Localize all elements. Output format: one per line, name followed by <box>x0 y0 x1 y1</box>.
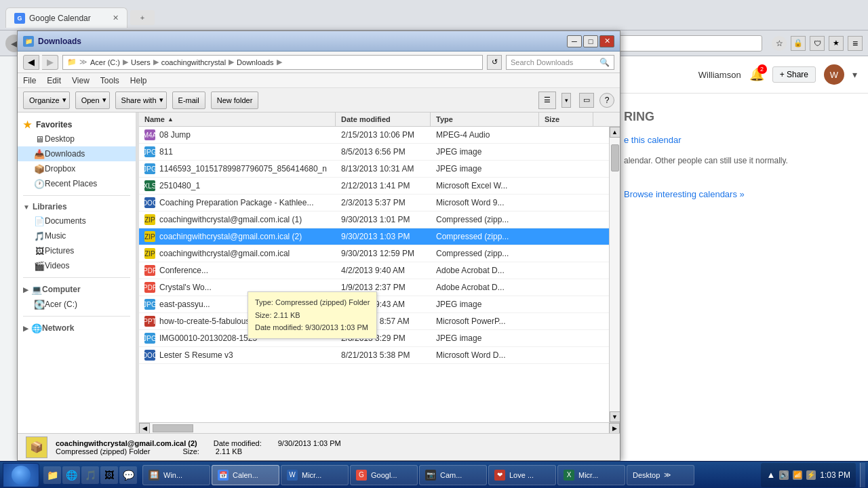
scroll-down-button[interactable]: ▼ <box>610 411 620 422</box>
nav-downloads[interactable]: 📥 Downloads <box>18 146 136 161</box>
nav-desktop[interactable]: 🖥 Desktop <box>18 131 136 146</box>
taskbar-item-windows[interactable]: 🪟 Win... <box>142 465 210 485</box>
view-dropdown-button[interactable]: ▾ <box>561 93 571 108</box>
nav-videos[interactable]: 🎬 Videos <box>18 258 136 273</box>
quicklaunch-media-icon[interactable]: 🎵 <box>81 466 99 484</box>
extension-icon-2[interactable]: 🛡 <box>810 36 825 51</box>
menu-help[interactable]: Help <box>130 76 147 85</box>
browse-calendars-link[interactable]: Browse interesting calendars » <box>624 189 745 199</box>
nav-acer-c[interactable]: 💽 Acer (C:) <box>18 297 136 312</box>
taskbar-item-calendar[interactable]: 📅 Calen... <box>212 465 279 485</box>
preview-pane-button[interactable]: ▭ <box>579 93 594 108</box>
table-row[interactable]: ZIP coachingwithcrystal@gmail.com.ical 9… <box>139 245 609 262</box>
maximize-button[interactable]: □ <box>583 35 598 47</box>
hscroll-left-button[interactable]: ◀ <box>139 423 150 434</box>
quicklaunch-files-icon[interactable]: 📁 <box>43 466 61 484</box>
table-row[interactable]: PDF Conference... 4/2/2013 9:40 AM Adobe… <box>139 262 609 279</box>
breadcrumb-coaching[interactable]: coachingwithcrystal <box>161 58 226 66</box>
tray-icon-2[interactable]: 📶 <box>793 470 802 480</box>
organize-button[interactable]: Organize ▾ <box>23 92 70 109</box>
tab-close-button[interactable]: ✕ <box>113 14 119 22</box>
minimize-button[interactable]: ─ <box>567 35 582 47</box>
avatar-dropdown-icon[interactable]: ▾ <box>852 69 857 80</box>
taskbar-more-icon: ≫ <box>664 471 671 479</box>
nav-recent-places[interactable]: 🕐 Recent Places <box>18 176 136 191</box>
table-row[interactable]: XLS 2510480_1 2/12/2013 1:41 PM Microsof… <box>139 178 609 195</box>
file-type-cell: Microsoft Excel W... <box>431 178 539 193</box>
search-icon[interactable]: 🔍 <box>599 58 610 67</box>
computer-header[interactable]: ▶ 💻 Computer <box>18 282 136 297</box>
breadcrumb-bar[interactable]: 📁 ≫ Acer (C:) ▶ Users ▶ coachingwithcrys… <box>62 55 483 70</box>
new-tab-button[interactable]: + <box>130 10 155 25</box>
hscroll-right-button[interactable]: ▶ <box>609 423 620 434</box>
vertical-scrollbar[interactable]: ▲ ▼ <box>609 127 620 422</box>
extension-icon-3[interactable]: ★ <box>829 36 844 51</box>
favorites-header[interactable]: ★ Favorites <box>18 118 136 131</box>
nav-documents[interactable]: 📄 Documents <box>18 214 136 228</box>
close-button[interactable]: ✕ <box>599 35 614 47</box>
share-button[interactable]: + Share <box>772 66 816 83</box>
column-header-date[interactable]: Date modified <box>336 113 431 126</box>
taskbar-item-excel[interactable]: X Micr... <box>557 465 625 485</box>
table-row[interactable]: DOC Coaching Preparation Package - Kathl… <box>139 195 609 211</box>
open-button[interactable]: Open ▾ <box>75 92 110 109</box>
table-row[interactable]: JPG 1146593_10151789987796075_856414680_… <box>139 161 609 178</box>
scroll-up-button[interactable]: ▲ <box>610 127 620 138</box>
search-box[interactable]: Search Downloads 🔍 <box>506 55 614 70</box>
column-header-type[interactable]: Type <box>431 113 539 126</box>
nav-pictures[interactable]: 🖼 Pictures <box>18 243 136 258</box>
new-folder-button[interactable]: New folder <box>211 92 259 109</box>
location-refresh-button[interactable]: ↺ <box>487 55 502 70</box>
table-row[interactable]: JPG 811 8/5/2013 6:56 PM JPEG image <box>139 144 609 161</box>
user-avatar[interactable]: W <box>824 64 844 85</box>
browser-tab[interactable]: G Google Calendar ✕ <box>5 7 127 28</box>
bookmark-star-icon[interactable]: ☆ <box>772 36 787 51</box>
view-toggle-button[interactable]: ☰ <box>538 92 556 109</box>
notification-bell[interactable]: 🔔 2 <box>749 67 764 82</box>
table-row[interactable]: ZIP coachingwithcrystal@gmail.com.ical (… <box>139 211 609 228</box>
explorer-back-button[interactable]: ◀ <box>23 55 39 70</box>
table-row[interactable]: ZIP coachingwithcrystal@gmail.com.ical (… <box>139 228 609 245</box>
file-size-cell <box>539 352 593 358</box>
network-header[interactable]: ▶ 🌐 Network <box>18 321 136 336</box>
taskbar-item-desktop[interactable]: Desktop ≫ <box>627 465 694 485</box>
column-header-size[interactable]: Size <box>539 113 593 126</box>
breadcrumb-acer[interactable]: Acer (C:) <box>90 58 120 66</box>
nav-music-label: Music <box>45 231 66 241</box>
taskbar-item-word[interactable]: W Micr... <box>281 465 349 485</box>
menu-edit[interactable]: Edit <box>47 76 61 85</box>
taskbar-item-cam[interactable]: 📷 Cam... <box>419 465 487 485</box>
quicklaunch-ie-icon[interactable]: 🌐 <box>62 466 80 484</box>
table-row[interactable]: M4A 08 Jump 2/15/2013 10:06 PM MPEG-4 Au… <box>139 127 609 144</box>
tray-icon-3[interactable]: ⚡ <box>806 470 816 480</box>
hscroll-thumb[interactable] <box>153 424 193 432</box>
column-header-name[interactable]: Name ▲ <box>139 113 336 126</box>
tray-icon-1[interactable]: 🔊 <box>779 470 789 480</box>
email-button[interactable]: E-mail <box>172 92 205 109</box>
table-row[interactable]: DOC Lester S Resume v3 8/21/2013 5:38 PM… <box>139 347 609 364</box>
scroll-thumb[interactable] <box>611 144 619 171</box>
breadcrumb-users[interactable]: Users <box>131 58 151 66</box>
quicklaunch-photos-icon[interactable]: 🖼 <box>100 466 118 484</box>
help-button[interactable]: ? <box>599 93 614 108</box>
tray-expand-button[interactable]: ▲ <box>766 470 775 480</box>
nav-dropbox[interactable]: 📦 Dropbox <box>18 161 136 176</box>
nav-music[interactable]: 🎵 Music <box>18 228 136 243</box>
share-with-button[interactable]: Share with ▾ <box>115 92 167 109</box>
horizontal-scrollbar[interactable]: ◀ ▶ <box>139 422 620 433</box>
taskbar-item-google[interactable]: G Googl... <box>350 465 418 485</box>
show-desktop-button[interactable] <box>860 463 865 487</box>
menu-view[interactable]: View <box>72 76 90 85</box>
extension-icon-1[interactable]: 🔒 <box>791 36 806 51</box>
menu-file[interactable]: File <box>23 76 36 85</box>
calendar-action-link[interactable]: e this calendar <box>624 135 682 145</box>
explorer-forward-button[interactable]: ▶ <box>42 55 58 70</box>
taskbar-item-love[interactable]: ❤ Love ... <box>488 465 556 485</box>
menu-tools[interactable]: Tools <box>100 76 119 85</box>
file-size-cell <box>539 234 593 239</box>
menu-icon[interactable]: ≡ <box>848 36 863 51</box>
quicklaunch-chat-icon[interactable]: 💬 <box>119 466 137 484</box>
libraries-header[interactable]: ▼ Libraries <box>18 200 136 214</box>
start-button[interactable] <box>3 463 39 487</box>
breadcrumb-downloads[interactable]: Downloads <box>237 58 273 66</box>
